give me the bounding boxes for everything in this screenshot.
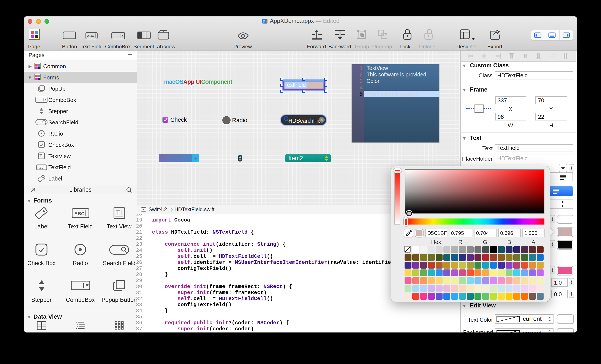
svg-text:T: T (116, 209, 120, 217)
svg-text:ABC: ABC (37, 166, 44, 169)
svg-text:ABC: ABC (74, 211, 84, 216)
svg-text:ABC: ABC (87, 34, 94, 38)
svg-text:T: T (40, 153, 42, 158)
